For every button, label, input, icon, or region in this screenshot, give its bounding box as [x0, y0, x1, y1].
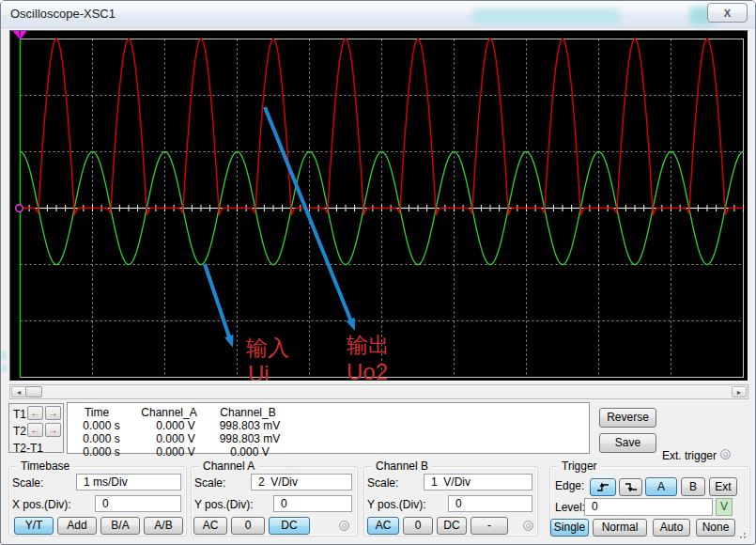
channel-a-ac-button[interactable]: AC: [193, 517, 227, 535]
annotation-arrow: [265, 107, 351, 322]
trigger-title: Trigger: [558, 459, 601, 473]
t1-time-value: 0.000 s: [83, 419, 119, 432]
channel-a-ypos-field[interactable]: 0: [273, 495, 352, 512]
trigger-mode-none-button[interactable]: None: [696, 519, 735, 537]
aero-glass-reflection: [472, 8, 621, 24]
save-button[interactable]: Save: [599, 433, 656, 453]
annotation-label: Uo2: [347, 359, 388, 381]
t2-channel-a-value: 0.000 V: [156, 432, 194, 445]
t1-step-left-button[interactable]: ←: [27, 406, 43, 420]
timebase-scale-label: Scale:: [12, 476, 43, 490]
trigger-mode-auto-button[interactable]: Auto: [653, 519, 690, 537]
close-icon: X: [724, 8, 731, 19]
trigger-falling-edge-button[interactable]: [619, 478, 642, 496]
annotation-label: 输出: [347, 333, 390, 357]
trigger-rising-edge-button[interactable]: [590, 478, 616, 496]
trigger-source-ext-button[interactable]: Ext: [709, 477, 737, 496]
column-header-channel-b: Channel_B: [220, 406, 275, 419]
left-arrow-icon: ←: [31, 408, 40, 418]
channel-b-ypos-label: Y pos.(Div):: [367, 498, 425, 511]
trigger-edge-label: Edge:: [555, 479, 584, 492]
channel-b-title: Channel B: [372, 459, 432, 473]
rising-edge-icon: [595, 481, 610, 493]
timebase-xpos-field[interactable]: 0: [95, 495, 181, 512]
channel-a-dc-button[interactable]: DC: [269, 517, 310, 535]
annotation-label: Ui: [248, 361, 270, 381]
aero-glass-reflection: [2, 351, 7, 360]
channel-b-scale-field[interactable]: 1 V/Div: [424, 474, 532, 490]
scrollbar-thumb[interactable]: [25, 386, 42, 397]
cursor-t2-label: T2: [13, 425, 26, 438]
ext-trigger-label: Ext. trigger: [662, 449, 717, 462]
channel-b-minus-button[interactable]: -: [471, 517, 508, 535]
channel-b-ypos-field[interactable]: 0: [448, 495, 532, 512]
trigger-level-label: Level:: [555, 501, 585, 514]
cursor-control-box: T1 ← → T2 ← → T2-T1: [8, 403, 64, 453]
scroll-right-icon: ►: [736, 389, 743, 396]
trigger-level-field[interactable]: 0: [584, 498, 713, 516]
scroll-left-icon: ◄: [16, 389, 23, 396]
t2-channel-b-value: 998.803 mV: [220, 432, 281, 445]
close-button[interactable]: X: [707, 3, 748, 23]
scroll-right-button[interactable]: ►: [732, 386, 747, 397]
annotation-arrow: [205, 264, 230, 339]
timebase-scale-field[interactable]: 1 ms/Div: [76, 474, 181, 490]
channel-a-scale-label: Scale:: [194, 476, 225, 490]
right-arrow-icon: →: [49, 408, 58, 418]
t2-step-left-button[interactable]: ←: [27, 423, 43, 437]
scroll-left-button[interactable]: ◄: [11, 386, 26, 397]
annotation-label: 输入: [246, 335, 289, 360]
channel-b-scale-label: Scale:: [367, 476, 398, 490]
trigger-mode-normal-button[interactable]: Normal: [593, 519, 647, 537]
window-title: Oscilloscope-XSC1: [10, 7, 116, 21]
trigger-level-marker[interactable]: [16, 205, 23, 212]
right-arrow-icon: →: [49, 425, 58, 435]
channel-b-zero-button[interactable]: 0: [403, 517, 433, 535]
scope-display: 输入Ui输出Uo2: [9, 30, 748, 382]
t1-channel-b-value: 998.803 mV: [220, 419, 281, 432]
t1-step-right-button[interactable]: →: [45, 406, 61, 420]
aero-glass-reflection: [2, 365, 7, 372]
channel-a-connector-icon: [339, 521, 349, 531]
column-header-time: Time: [85, 406, 109, 419]
horizontal-scrollbar[interactable]: ◄ ►: [9, 384, 748, 399]
timebase-mode-yt-button[interactable]: Y/T: [14, 517, 54, 535]
waveform-plot: 输入Ui输出Uo2: [10, 31, 748, 381]
channel-a-ypos-label: Y pos.(Div):: [194, 498, 253, 511]
timebase-xpos-label: X pos.(Div):: [12, 498, 71, 511]
trigger-source-b-button[interactable]: B: [681, 477, 705, 496]
t2-time-value: 0.000 s: [83, 432, 119, 445]
timebase-mode-add-button[interactable]: Add: [57, 517, 97, 535]
cursor-t1-label: T1: [13, 408, 26, 421]
delta-channel-b-value: 0.000 V: [230, 445, 269, 459]
timebase-mode-ba-button[interactable]: B/A: [100, 517, 140, 535]
channel-b-ac-button[interactable]: AC: [367, 517, 399, 535]
t1-channel-a-value: 0.000 V: [156, 419, 194, 432]
channel-b-connector-icon: [523, 521, 533, 531]
falling-edge-icon: [624, 481, 639, 493]
timebase-title: Timebase: [17, 459, 73, 473]
trigger-level-unit-select[interactable]: V: [716, 498, 733, 516]
cursor-delta-label: T2-T1: [13, 442, 43, 455]
trigger-source-a-button[interactable]: A: [645, 477, 677, 496]
timebase-mode-ab-button[interactable]: A/B: [144, 517, 183, 535]
oscilloscope-window: Oscilloscope-XSC1 X 输入Ui输出Uo2 ◄ ► T1 ← →…: [0, 0, 756, 545]
t2-step-right-button[interactable]: →: [45, 423, 61, 437]
channel-a-scale-field[interactable]: 2 V/Div: [251, 474, 352, 490]
trigger-mode-single-button[interactable]: Single: [550, 519, 589, 537]
reverse-button[interactable]: Reverse: [599, 408, 656, 428]
title-bar[interactable]: Oscilloscope-XSC1 X: [1, 1, 755, 28]
measurement-readout: Time Channel_A Channel_B 0.000 s 0.000 V…: [67, 402, 590, 454]
channel-a-zero-button[interactable]: 0: [231, 517, 265, 535]
left-arrow-icon: ←: [31, 425, 40, 435]
delta-time-value: 0.000 s: [83, 445, 119, 459]
column-header-channel-a: Channel_A: [141, 406, 196, 419]
channel-a-title: Channel A: [199, 459, 258, 473]
ext-trigger-connector-icon: [720, 449, 731, 459]
delta-channel-a-value: 0.000 V: [156, 445, 194, 459]
channel-b-dc-button[interactable]: DC: [437, 517, 467, 535]
